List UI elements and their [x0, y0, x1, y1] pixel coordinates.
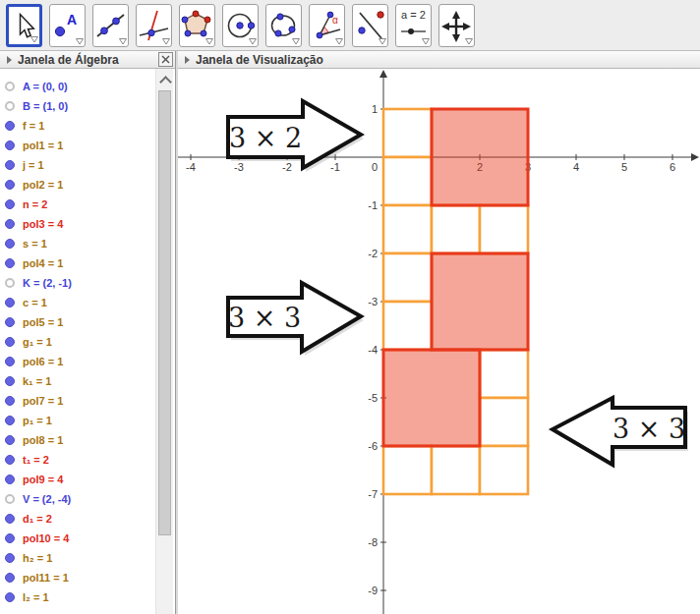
algebra-item[interactable]: g₁ = 1: [0, 332, 155, 352]
algebra-scrollbar[interactable]: [155, 69, 173, 614]
algebra-item[interactable]: K = (2, -1): [0, 273, 155, 293]
visibility-bullet[interactable]: [5, 278, 15, 288]
visibility-bullet[interactable]: [5, 219, 15, 229]
grid-cell[interactable]: [432, 205, 480, 253]
algebra-item[interactable]: pol6 = 1: [0, 352, 155, 371]
visibility-bullet[interactable]: [5, 140, 15, 150]
visibility-bullet[interactable]: [5, 592, 15, 602]
algebra-item[interactable]: p₁ = 1: [0, 411, 155, 430]
algebra-item[interactable]: t₁ = 2: [0, 450, 155, 470]
dropdown-arrow-icon[interactable]: [292, 38, 300, 45]
algebra-item[interactable]: B = (1, 0): [0, 96, 155, 116]
algebra-item[interactable]: c = 1: [0, 293, 155, 312]
tool-angle[interactable]: α: [309, 4, 345, 47]
visibility-bullet[interactable]: [5, 573, 15, 583]
visibility-bullet[interactable]: [5, 396, 15, 406]
visibility-bullet[interactable]: [5, 199, 15, 209]
dropdown-arrow-icon[interactable]: [379, 38, 386, 45]
algebra-item[interactable]: pol1 = 1: [0, 136, 155, 155]
block-arrow-right[interactable]: 3 × 2: [228, 101, 364, 172]
tool-line[interactable]: [92, 4, 129, 47]
close-algebra-button[interactable]: [158, 52, 173, 67]
visibility-bullet[interactable]: [5, 357, 15, 366]
tool-reflect[interactable]: [352, 4, 388, 47]
algebra-item[interactable]: n = 2: [0, 195, 155, 214]
dropdown-arrow-icon[interactable]: [162, 38, 170, 45]
visibility-bullet[interactable]: [5, 553, 15, 563]
algebra-item[interactable]: pol2 = 1: [0, 175, 155, 195]
grid-cell[interactable]: [480, 446, 528, 494]
algebra-item[interactable]: pol8 = 1: [0, 430, 155, 450]
algebra-item[interactable]: s = 1: [0, 234, 155, 253]
visibility-bullet[interactable]: [5, 317, 15, 327]
algebra-item[interactable]: pol3 = 4: [0, 214, 155, 234]
grid-cell[interactable]: [383, 253, 432, 302]
algebra-item[interactable]: j = 1: [0, 155, 155, 175]
algebra-item[interactable]: pol11 = 1: [0, 568, 155, 587]
grid-cell[interactable]: [432, 446, 480, 494]
visibility-bullet[interactable]: [5, 337, 15, 347]
collapse-caret-icon[interactable]: [185, 56, 190, 64]
collapse-caret-icon[interactable]: [7, 56, 12, 64]
tool-conic[interactable]: [265, 4, 302, 47]
graphics-canvas[interactable]: -4-3-2-12345601-1-2-3-4-5-6-7-8-93 × 23 …: [178, 69, 700, 614]
algebra-item[interactable]: pol10 = 4: [0, 529, 155, 548]
block-arrow-right[interactable]: 3 × 3: [228, 283, 364, 356]
visibility-bullet[interactable]: [5, 376, 15, 386]
dropdown-arrow-icon[interactable]: [205, 38, 213, 45]
algebra-item[interactable]: pol9 = 4: [0, 470, 155, 489]
visibility-bullet[interactable]: [5, 494, 15, 504]
visibility-bullet[interactable]: [5, 82, 15, 91]
dropdown-arrow-icon[interactable]: [335, 38, 343, 45]
tool-circle[interactable]: [222, 4, 259, 47]
algebra-item[interactable]: A = (0, 0): [0, 77, 155, 96]
algebra-item[interactable]: d₁ = 2: [0, 509, 155, 529]
filled-square[interactable]: [383, 350, 480, 446]
grid-cell[interactable]: [383, 302, 432, 350]
algebra-item[interactable]: l₂ = 1: [0, 587, 155, 607]
algebra-item[interactable]: pol4 = 1: [0, 253, 155, 273]
tool-move-graphics-view[interactable]: [438, 4, 475, 47]
grid-cell[interactable]: [383, 205, 432, 253]
visibility-bullet[interactable]: [5, 533, 15, 543]
algebra-item[interactable]: f = 1: [0, 116, 155, 136]
visibility-bullet[interactable]: [5, 101, 15, 111]
block-arrow-left[interactable]: 3 × 3: [553, 398, 688, 469]
visibility-bullet[interactable]: [5, 474, 15, 484]
scrollbar-thumb[interactable]: [158, 90, 171, 535]
visibility-bullet[interactable]: [5, 180, 15, 190]
visibility-bullet[interactable]: [5, 258, 15, 268]
tool-move[interactable]: [6, 4, 42, 47]
visibility-bullet[interactable]: [5, 239, 15, 249]
visibility-bullet[interactable]: [5, 298, 15, 307]
tool-polygon[interactable]: [179, 4, 215, 47]
algebra-item[interactable]: V = (2, -4): [0, 489, 155, 509]
tool-point[interactable]: A: [49, 4, 86, 47]
dropdown-arrow-icon[interactable]: [465, 38, 473, 45]
grid-cell[interactable]: [480, 350, 528, 398]
algebra-item[interactable]: pol5 = 1: [0, 312, 155, 332]
visibility-bullet[interactable]: [5, 455, 15, 465]
tool-slider[interactable]: a = 2: [395, 4, 432, 47]
visibility-bullet[interactable]: [5, 160, 15, 170]
dropdown-arrow-icon[interactable]: [422, 38, 430, 45]
filled-square[interactable]: [432, 109, 528, 205]
algebra-item[interactable]: h₂ = 1: [0, 548, 155, 568]
dropdown-arrow-icon[interactable]: [76, 38, 84, 45]
dropdown-arrow-icon[interactable]: [119, 38, 127, 45]
grid-cell[interactable]: [480, 205, 528, 253]
grid-cell[interactable]: [383, 157, 432, 205]
algebra-item[interactable]: pol7 = 1: [0, 391, 155, 411]
grid-cell[interactable]: [480, 398, 528, 446]
scroll-up-icon[interactable]: [159, 76, 172, 88]
tool-perpendicular-line[interactable]: [136, 4, 172, 47]
grid-cell[interactable]: [383, 109, 432, 157]
visibility-bullet[interactable]: [5, 514, 15, 524]
grid-cell[interactable]: [383, 446, 432, 494]
dropdown-arrow-icon[interactable]: [249, 38, 257, 45]
visibility-bullet[interactable]: [5, 121, 15, 131]
visibility-bullet[interactable]: [5, 435, 15, 445]
algebra-item[interactable]: k₁ = 1: [0, 371, 155, 391]
dropdown-arrow-icon[interactable]: [30, 36, 38, 43]
visibility-bullet[interactable]: [5, 416, 15, 425]
